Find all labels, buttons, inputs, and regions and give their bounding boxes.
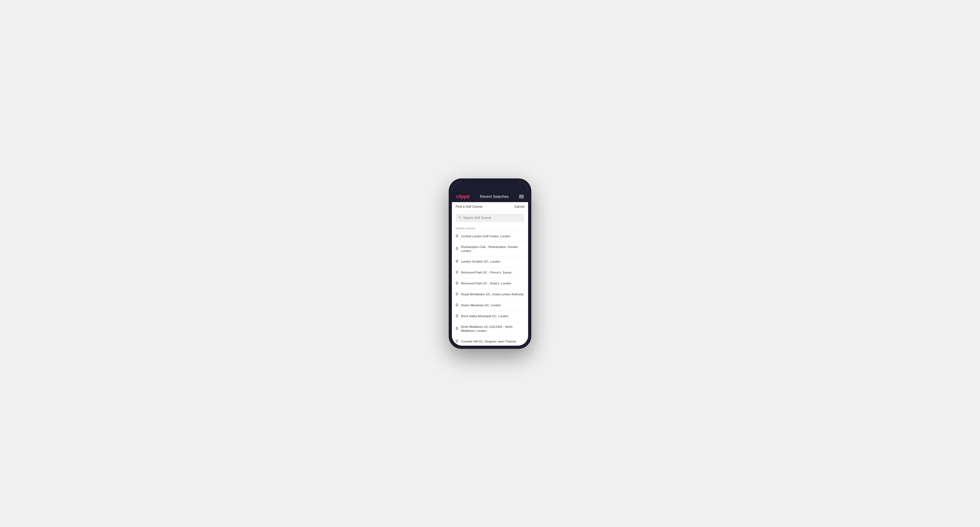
list-item[interactable]: North Middlesex GC (1011942 - North Midd…: [452, 322, 528, 337]
course-name: Coombe Hill GC, Kingston upon Thames: [461, 340, 516, 344]
list-item[interactable]: Royal Wimbledon GC, Great London Authori…: [452, 289, 528, 300]
status-bar: [452, 182, 528, 191]
course-name: Richmond Park GC - Duke's, London: [461, 281, 511, 286]
course-name: Roehampton Club - Roehampton, Greater Lo…: [461, 245, 524, 253]
top-nav: clippd Recent Searches: [452, 191, 528, 202]
search-box: [456, 214, 524, 222]
phone-screen: clippd Recent Searches Find a Golf Cours…: [452, 182, 528, 346]
list-item[interactable]: Richmond Park GC - Duke's, London: [452, 278, 528, 289]
search-icon: [458, 216, 461, 220]
list-item[interactable]: Roehampton Club - Roehampton, Greater Lo…: [452, 242, 528, 256]
nav-title: Recent Searches: [480, 194, 508, 198]
location-pin-icon: [456, 234, 458, 239]
menu-button[interactable]: [519, 195, 524, 198]
svg-line-1: [460, 218, 461, 219]
nearby-courses-section: Nearby courses Central London Golf Centr…: [452, 225, 528, 346]
cancel-button[interactable]: Cancel: [514, 205, 524, 208]
course-name: Dukes Meadows GC, London: [461, 303, 501, 308]
list-item[interactable]: Richmond Park GC - Prince's, Surrey: [452, 267, 528, 278]
location-pin-icon: [456, 327, 458, 331]
location-pin-icon: [456, 270, 458, 275]
location-pin-icon: [456, 259, 458, 264]
list-item[interactable]: Coombe Hill GC, Kingston upon Thames: [452, 337, 528, 346]
list-item[interactable]: Brent Valley Municipal GC, London: [452, 311, 528, 322]
course-name: London Scottish GC, London: [461, 260, 500, 264]
phone-device: clippd Recent Searches Find a Golf Cours…: [449, 178, 531, 349]
location-pin-icon: [456, 314, 458, 319]
location-pin-icon: [456, 303, 458, 308]
course-name: Richmond Park GC - Prince's, Surrey: [461, 271, 512, 275]
notch: [477, 185, 503, 190]
main-content: Find a Golf Course Cancel Nearby: [452, 202, 528, 346]
course-name: Brent Valley Municipal GC, London: [461, 314, 508, 319]
list-item[interactable]: London Scottish GC, London: [452, 256, 528, 267]
list-item[interactable]: Central London Golf Centre, London: [452, 231, 528, 242]
menu-line-3: [519, 198, 524, 198]
course-name: Royal Wimbledon GC, Great London Authori…: [461, 292, 523, 297]
list-item[interactable]: Dukes Meadows GC, London: [452, 300, 528, 311]
course-name: Central London Golf Centre, London: [461, 234, 510, 239]
menu-line-1: [519, 195, 524, 195]
find-label: Find a Golf Course: [456, 205, 482, 208]
location-pin-icon: [456, 281, 458, 286]
search-container: [452, 211, 528, 225]
location-pin-icon: [456, 247, 458, 251]
search-input[interactable]: [463, 216, 522, 220]
find-bar: Find a Golf Course Cancel: [452, 202, 528, 211]
app-logo: clippd: [456, 194, 469, 200]
location-pin-icon: [456, 292, 458, 297]
location-pin-icon: [456, 339, 458, 344]
course-name: North Middlesex GC (1011942 - North Midd…: [461, 325, 524, 333]
menu-line-2: [519, 196, 524, 197]
nearby-header: Nearby courses: [452, 225, 528, 231]
